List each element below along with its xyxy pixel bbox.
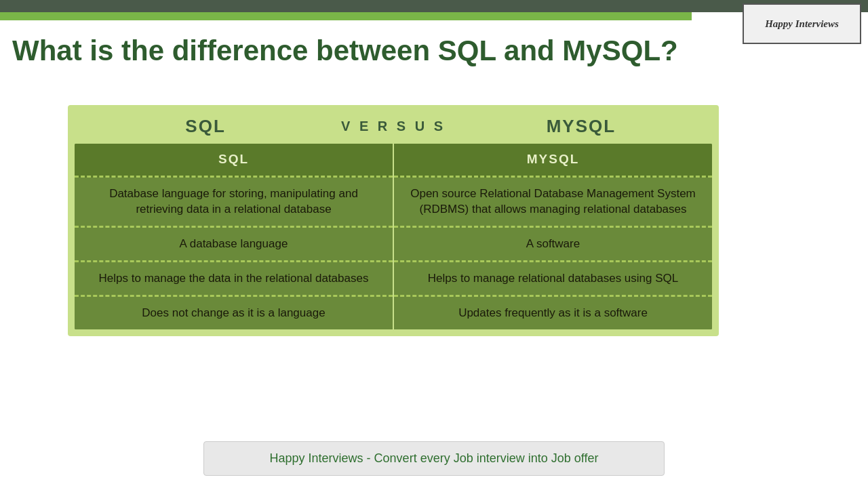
sql-column: SQL Database language for storing, manip… <box>75 144 394 329</box>
sql-row-1: Database language for storing, manipulat… <box>75 178 393 228</box>
mysql-row-1: Open source Relational Database Manageme… <box>394 178 712 228</box>
top-dark-bar <box>0 0 868 12</box>
bottom-tagline: Happy Interviews - Convert every Job int… <box>203 441 665 476</box>
sql-row-4: Does not change as it is a language <box>75 297 393 329</box>
inner-comparison-table: SQL Database language for storing, manip… <box>75 144 712 329</box>
sql-column-title: SQL <box>75 144 393 178</box>
mysql-row-4: Updates frequently as it is a software <box>394 297 712 329</box>
mysql-column-title: MYSQL <box>394 144 712 178</box>
logo-text: Happy Interviews <box>765 18 839 30</box>
comparison-headers: SQL V E R S U S MYSQL <box>75 112 712 144</box>
mysql-column: MYSQL Open source Relational Database Ma… <box>394 144 712 329</box>
logo-box: Happy Interviews <box>743 3 861 44</box>
page-title: What is the difference between SQL and M… <box>12 34 678 68</box>
mysql-row-2: A software <box>394 228 712 262</box>
sql-row-2: A database language <box>75 228 393 262</box>
mysql-row-3: Helps to manage relational databases usi… <box>394 262 712 297</box>
header-mysql: MYSQL <box>464 116 698 137</box>
top-green-bar <box>0 12 692 20</box>
comparison-table: SQL V E R S U S MYSQL SQL Database langu… <box>68 105 719 336</box>
sql-row-3: Helps to manage the data in the relation… <box>75 262 393 297</box>
header-versus: V E R S U S <box>323 119 464 134</box>
header-sql: SQL <box>88 116 323 137</box>
